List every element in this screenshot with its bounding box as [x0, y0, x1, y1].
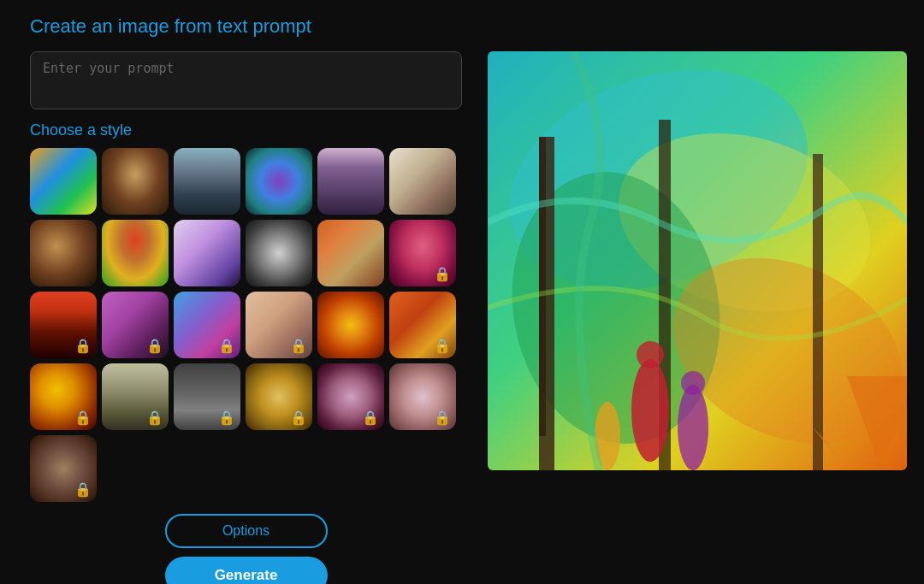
lock-icon: 🔒 — [434, 266, 451, 282]
lock-icon: 🔒 — [290, 410, 307, 426]
lock-icon: 🔒 — [218, 410, 235, 426]
style-item-4[interactable] — [246, 148, 312, 215]
svg-rect-8 — [813, 154, 823, 470]
style-item-1[interactable] — [30, 148, 97, 215]
style-item-7[interactable] — [30, 220, 97, 286]
svg-point-10 — [637, 341, 664, 369]
left-panel: Choose a style 🔒🔒🔒🔒🔒🔒🔒🔒🔒🔒🔒🔒🔒 Options Gen… — [30, 51, 462, 584]
lock-icon: 🔒 — [74, 481, 92, 498]
lock-icon: 🔒 — [146, 338, 163, 354]
page-title: Create an image from text prompt — [30, 15, 907, 38]
style-item-19[interactable]: 🔒 — [30, 363, 97, 430]
style-item-14[interactable]: 🔒 — [102, 292, 169, 358]
style-item-17[interactable] — [317, 292, 384, 358]
prompt-input[interactable] — [30, 51, 462, 109]
style-item-21[interactable]: 🔒 — [174, 363, 240, 430]
lock-icon: 🔒 — [434, 410, 451, 426]
style-item-3[interactable] — [174, 148, 240, 215]
style-item-11[interactable] — [317, 220, 384, 286]
main-layout: Choose a style 🔒🔒🔒🔒🔒🔒🔒🔒🔒🔒🔒🔒🔒 Options Gen… — [30, 51, 907, 584]
svg-rect-6 — [539, 137, 546, 436]
buttons-row: Options Generate — [30, 514, 462, 584]
lock-icon: 🔒 — [74, 410, 92, 426]
style-item-15[interactable]: 🔒 — [174, 292, 240, 358]
svg-point-12 — [681, 371, 705, 395]
style-item-13[interactable]: 🔒 — [30, 292, 97, 358]
lock-icon: 🔒 — [146, 410, 163, 426]
style-item-9[interactable] — [174, 220, 240, 286]
style-item-10[interactable] — [246, 220, 312, 286]
style-item-2[interactable] — [102, 148, 169, 215]
style-item-24[interactable]: 🔒 — [389, 363, 456, 430]
options-button[interactable]: Options — [165, 514, 328, 548]
style-grid: 🔒🔒🔒🔒🔒🔒🔒🔒🔒🔒🔒🔒🔒 — [30, 148, 462, 502]
style-item-16[interactable]: 🔒 — [246, 292, 312, 358]
lock-icon: 🔒 — [362, 410, 379, 426]
generated-image — [488, 51, 907, 470]
image-panel — [488, 51, 907, 584]
svg-point-11 — [678, 385, 708, 470]
style-item-25[interactable]: 🔒 — [30, 435, 97, 502]
style-item-5[interactable] — [317, 148, 384, 215]
lock-icon: 🔒 — [218, 338, 235, 354]
svg-point-9 — [631, 359, 669, 462]
style-item-23[interactable]: 🔒 — [317, 363, 384, 430]
generate-button[interactable]: Generate — [165, 557, 328, 584]
style-item-6[interactable] — [389, 148, 456, 215]
style-item-22[interactable]: 🔒 — [246, 363, 312, 430]
lock-icon: 🔒 — [290, 338, 307, 354]
lock-icon: 🔒 — [434, 338, 451, 354]
style-item-18[interactable]: 🔒 — [389, 292, 456, 358]
lock-icon: 🔒 — [74, 338, 92, 354]
choose-style-label: Choose a style — [30, 121, 462, 139]
style-item-8[interactable] — [102, 220, 169, 286]
style-item-20[interactable]: 🔒 — [102, 363, 169, 430]
style-item-12[interactable]: 🔒 — [389, 220, 456, 286]
